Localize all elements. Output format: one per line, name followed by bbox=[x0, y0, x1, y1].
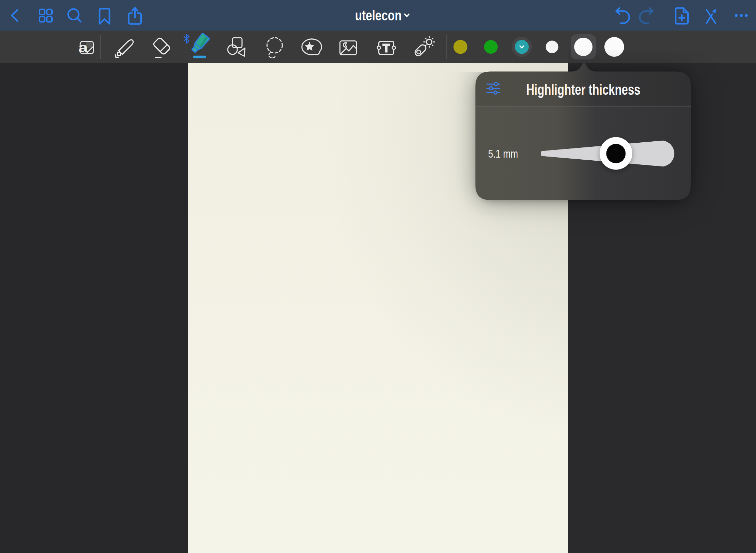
svg-text:5.1 mm: 5.1 mm bbox=[488, 147, 518, 160]
svg-text:utelecon: utelecon bbox=[355, 7, 402, 23]
svg-text:Highlighter thickness: Highlighter thickness bbox=[526, 81, 640, 98]
